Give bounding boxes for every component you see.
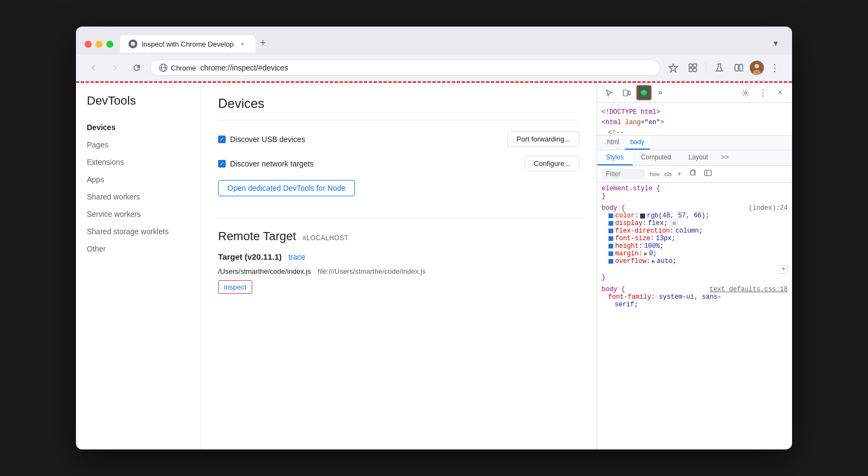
inspect-content: DevTools Devices Pages Extensions Apps xyxy=(76,83,597,449)
remote-target-title: Remote Target xyxy=(218,229,296,243)
tab-close-button[interactable]: × xyxy=(238,40,247,48)
usb-devices-checkbox[interactable] xyxy=(218,136,226,143)
devtools-toolbar: » ⋮ × xyxy=(597,83,792,103)
tab-layout[interactable]: Layout xyxy=(680,150,717,165)
new-tab-button[interactable]: + xyxy=(256,35,271,50)
body-rule-2-selector: body { xyxy=(602,286,625,293)
color-prop: color: xyxy=(615,212,639,220)
select-element-icon[interactable] xyxy=(602,85,617,100)
color-val: rgb(48, 57, 66); xyxy=(647,212,709,220)
sidebar-shared-workers-label: Shared workers xyxy=(87,192,140,201)
flex-grid-icon[interactable]: ⊞ xyxy=(671,220,678,227)
address-bar[interactable]: Chrome Devices chrome://inspect/#devices xyxy=(150,60,660,76)
browser-content: DevTools Devices Pages Extensions Apps xyxy=(76,81,792,449)
styles-filter-input[interactable] xyxy=(602,169,645,179)
sidebar-item-pages[interactable]: Pages xyxy=(76,136,200,153)
svg-rect-6 xyxy=(689,64,692,67)
font-family-val: system-ui, sans- xyxy=(659,293,722,301)
hov-label[interactable]: :hov xyxy=(648,171,660,177)
reload-button[interactable] xyxy=(128,59,145,76)
active-tab[interactable]: C Inspect with Chrome Develop × xyxy=(120,35,256,53)
more-tools-button[interactable]: » xyxy=(654,86,667,99)
tabs-bar: C Inspect with Chrome Develop × + ▾ xyxy=(120,35,783,53)
section-separator xyxy=(218,218,579,218)
address-favicon: Chrome xyxy=(159,63,196,72)
back-button[interactable] xyxy=(85,59,102,76)
checkbox-flex-dir[interactable] xyxy=(608,228,614,234)
font-family-val2: serif; xyxy=(615,301,638,308)
element-tab-bar: html body xyxy=(597,136,792,150)
sidebar-item-shared-storage-worklets[interactable]: Shared storage worklets xyxy=(76,223,200,240)
tab-dropdown-button[interactable]: ▾ xyxy=(768,35,783,50)
svg-point-19 xyxy=(744,92,746,94)
add-property-button[interactable]: + xyxy=(779,265,788,274)
port-forwarding-button[interactable]: Port forwarding... xyxy=(507,131,579,147)
nav-icons: ⋮ xyxy=(665,59,783,76)
svg-marker-5 xyxy=(669,64,678,72)
color-scheme-icon[interactable] xyxy=(702,168,714,180)
target-trace-link[interactable]: trace xyxy=(289,253,305,261)
profile-button[interactable] xyxy=(750,61,764,75)
forward-button[interactable] xyxy=(106,59,124,76)
height-val: 100%; xyxy=(644,242,663,250)
styles-content: element.style { } body { (index):24 colo… xyxy=(597,183,792,449)
devtools-node-link[interactable]: Open dedicated DevTools for Node xyxy=(218,180,355,196)
checkbox-font-size[interactable] xyxy=(608,236,614,241)
traffic-lights xyxy=(85,41,113,48)
sidebar-item-extensions[interactable]: Extensions xyxy=(76,153,200,171)
checkbox-overflow[interactable] xyxy=(608,259,614,264)
configure-button[interactable]: Configure... xyxy=(525,156,579,171)
3d-view-icon[interactable] xyxy=(636,85,652,100)
height-prop: height: xyxy=(615,242,642,250)
svg-rect-9 xyxy=(693,68,697,72)
sidebar-apps-label: Apps xyxy=(87,175,104,184)
copy-styles-icon[interactable] xyxy=(687,168,699,180)
usb-devices-row: Discover USB devices Port forwarding... xyxy=(218,131,579,147)
sidebar-item-shared-workers[interactable]: Shared workers xyxy=(76,188,200,205)
close-devtools-icon[interactable]: × xyxy=(773,85,788,100)
svg-rect-11 xyxy=(739,65,743,71)
lab-button[interactable] xyxy=(711,59,728,76)
inspect-link[interactable]: inspect xyxy=(219,281,252,293)
tab-title: Inspect with Chrome Develop xyxy=(142,40,234,48)
browser-window: C Inspect with Chrome Develop × + ▾ Chro… xyxy=(76,27,792,449)
checkbox-height[interactable] xyxy=(608,243,614,249)
title-bar: C Inspect with Chrome Develop × + ▾ xyxy=(76,27,792,55)
tab-computed[interactable]: Computed xyxy=(633,150,680,165)
target-url: file:///Users/stmarthe/code/index.js xyxy=(318,267,426,275)
body-tab[interactable]: body xyxy=(625,136,650,150)
flex-direction-val: column; xyxy=(675,227,703,235)
inspect-layout: DevTools Devices Pages Extensions Apps xyxy=(76,83,597,449)
sidebar-item-devices[interactable]: Devices xyxy=(76,119,200,136)
bookmark-button[interactable] xyxy=(665,59,682,76)
minimize-window-button[interactable] xyxy=(95,41,103,48)
tab-more[interactable]: >> xyxy=(717,150,733,165)
checkbox-display[interactable] xyxy=(608,221,614,226)
sidebar-item-other[interactable]: Other xyxy=(76,240,200,258)
split-view-button[interactable] xyxy=(730,59,748,76)
add-style-icon[interactable]: + xyxy=(675,169,684,179)
checkbox-margin[interactable] xyxy=(608,251,614,256)
svg-rect-10 xyxy=(735,65,738,71)
cls-label[interactable]: .cls xyxy=(663,171,672,177)
settings-icon[interactable] xyxy=(738,85,753,100)
maximize-window-button[interactable] xyxy=(106,41,113,48)
color-swatch xyxy=(640,214,645,218)
tab-styles[interactable]: Styles xyxy=(597,150,633,165)
svg-rect-21 xyxy=(705,170,711,176)
close-window-button[interactable] xyxy=(85,41,92,48)
sidebar-devices-label: Devices xyxy=(87,123,116,132)
menu-button[interactable]: ⋮ xyxy=(766,59,783,76)
html-tab[interactable]: html xyxy=(602,136,625,150)
devtools-menu-icon[interactable]: ⋮ xyxy=(755,85,770,100)
network-targets-checkbox[interactable] xyxy=(218,160,226,168)
svg-rect-15 xyxy=(623,90,628,96)
extensions-button[interactable] xyxy=(684,59,701,76)
device-toolbar-icon[interactable] xyxy=(619,85,634,100)
checkbox-color[interactable] xyxy=(608,213,614,218)
display-val: flex; xyxy=(648,220,668,227)
target-file-path: /Users/stmarthe/code/index.js xyxy=(218,267,311,275)
sidebar-item-service-workers[interactable]: Service workers xyxy=(76,205,200,223)
sidebar-item-apps[interactable]: Apps xyxy=(76,171,200,188)
devtools-node-container: Open dedicated DevTools for Node xyxy=(218,180,579,207)
